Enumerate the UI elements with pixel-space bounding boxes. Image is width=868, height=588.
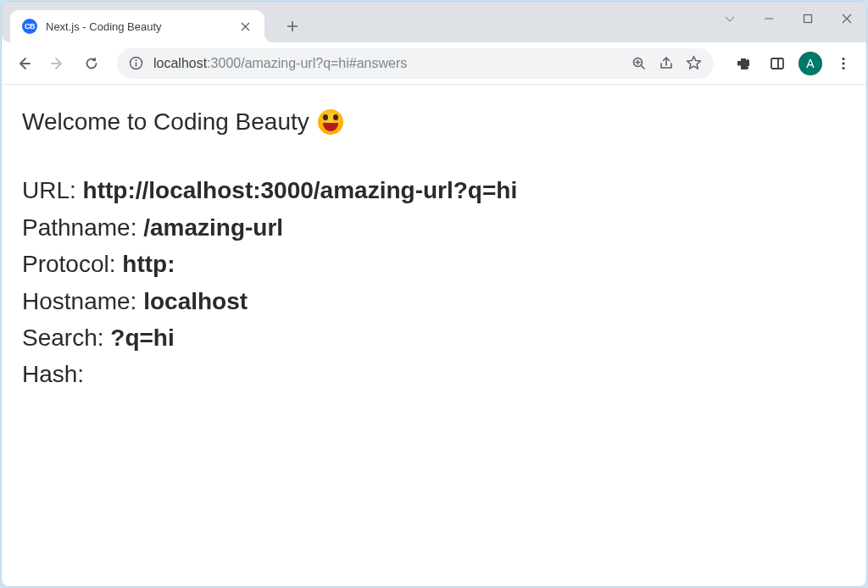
svg-point-5 bbox=[842, 57, 844, 59]
puzzle-icon bbox=[736, 56, 751, 71]
url-path: :3000/amazing-url?q=hi#answers bbox=[207, 56, 407, 70]
label: Hostname: bbox=[22, 288, 143, 314]
reload-button[interactable] bbox=[76, 48, 107, 79]
tab-title: Next.js - Coding Beauty bbox=[46, 20, 229, 33]
label: Hash: bbox=[22, 361, 84, 387]
window-controls bbox=[710, 2, 866, 36]
favicon-icon: CB bbox=[22, 19, 37, 34]
omnibox-actions bbox=[632, 55, 702, 71]
svg-point-2 bbox=[136, 59, 137, 61]
close-tab-button[interactable] bbox=[237, 19, 253, 34]
info-row-protocol: Protocol: http: bbox=[22, 246, 846, 282]
page-content: Welcome to Coding Beauty URL: http://loc… bbox=[2, 85, 866, 586]
svg-point-7 bbox=[842, 66, 844, 69]
address-bar[interactable]: localhost:3000/amazing-url?q=hi#answers bbox=[117, 48, 714, 79]
new-tab-button[interactable] bbox=[280, 14, 305, 39]
value: /amazing-url bbox=[143, 214, 283, 241]
arrow-left-icon bbox=[16, 56, 31, 71]
profile-avatar[interactable]: A bbox=[798, 52, 822, 75]
plus-icon bbox=[287, 20, 298, 32]
toolbar: localhost:3000/amazing-url?q=hi#answers … bbox=[2, 42, 866, 85]
tab-search-button[interactable] bbox=[710, 2, 749, 36]
page-heading: Welcome to Coding Beauty bbox=[22, 103, 846, 140]
browser-tab[interactable]: CB Next.js - Coding Beauty bbox=[10, 10, 264, 42]
bookmark-star-icon[interactable] bbox=[686, 55, 702, 71]
minimize-icon bbox=[764, 14, 774, 24]
kebab-menu-icon bbox=[836, 56, 851, 71]
svg-rect-0 bbox=[804, 15, 812, 23]
share-icon[interactable] bbox=[659, 56, 674, 71]
close-icon bbox=[241, 22, 250, 31]
menu-button[interactable] bbox=[831, 51, 856, 76]
label: Pathname: bbox=[22, 214, 143, 241]
value: http://localhost:3000/amazing-url?q=hi bbox=[83, 177, 518, 203]
toolbar-right: A bbox=[724, 51, 860, 76]
value: localhost bbox=[143, 288, 248, 314]
label: Search: bbox=[22, 325, 110, 351]
maximize-button[interactable] bbox=[788, 2, 827, 36]
url-host: localhost bbox=[153, 56, 207, 70]
url-text: localhost:3000/amazing-url?q=hi#answers bbox=[153, 56, 621, 71]
close-icon bbox=[842, 14, 852, 24]
zoom-icon[interactable] bbox=[632, 56, 647, 71]
side-panel-icon bbox=[770, 56, 785, 71]
side-panel-button[interactable] bbox=[765, 51, 790, 76]
minimize-button[interactable] bbox=[749, 2, 788, 36]
info-row-url: URL: http://localhost:3000/amazing-url?q… bbox=[22, 172, 846, 208]
maximize-icon bbox=[803, 14, 813, 24]
value: ?q=hi bbox=[110, 325, 174, 351]
forward-button[interactable] bbox=[42, 48, 73, 79]
site-info-icon[interactable] bbox=[129, 56, 143, 70]
extensions-button[interactable] bbox=[731, 51, 756, 76]
avatar-letter: A bbox=[806, 57, 814, 70]
reload-icon bbox=[84, 56, 99, 71]
value: http: bbox=[122, 251, 175, 277]
close-window-button[interactable] bbox=[827, 2, 866, 36]
label: Protocol: bbox=[22, 251, 122, 277]
label: URL: bbox=[22, 177, 83, 203]
svg-rect-4 bbox=[771, 58, 783, 69]
heading-text: Welcome to Coding Beauty bbox=[22, 103, 309, 140]
back-button[interactable] bbox=[8, 48, 39, 79]
info-row-hash: Hash: bbox=[22, 356, 846, 392]
chevron-down-icon bbox=[724, 13, 736, 25]
info-row-hostname: Hostname: localhost bbox=[22, 283, 846, 319]
browser-window: CB Next.js - Coding Beauty bbox=[2, 2, 866, 586]
smiley-emoji-icon bbox=[318, 109, 343, 135]
svg-point-6 bbox=[842, 62, 844, 64]
titlebar: CB Next.js - Coding Beauty bbox=[2, 2, 866, 42]
info-row-pathname: Pathname: /amazing-url bbox=[22, 209, 846, 246]
arrow-right-icon bbox=[50, 56, 65, 71]
info-row-search: Search: ?q=hi bbox=[22, 319, 846, 356]
